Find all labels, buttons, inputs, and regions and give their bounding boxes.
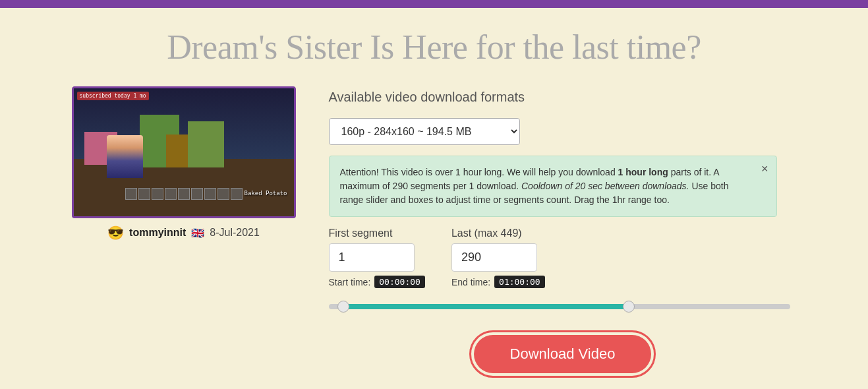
end-time-text: End time: — [451, 277, 490, 287]
page-title: Dream's Sister Is Here for the last time… — [167, 28, 701, 67]
mc-hud-bottom — [74, 188, 294, 200]
segments-row: First segment Start time: 00:00:00 Last … — [329, 227, 797, 288]
mc-hud-top: subscribed today 1 mo — [77, 92, 149, 100]
mc-slot-9 — [231, 188, 243, 200]
mc-character — [107, 135, 143, 178]
range-slider[interactable] — [329, 299, 790, 314]
download-btn-outer-ring: Download Video — [469, 330, 656, 378]
channel-icon: 😎 — [107, 225, 124, 241]
alert-box: Attention! This video is over 1 hour lon… — [329, 156, 777, 217]
mc-slot-5 — [178, 188, 190, 200]
mc-slot-4 — [165, 188, 177, 200]
first-segment-group: First segment Start time: 00:00:00 — [329, 227, 425, 288]
last-segment-input[interactable] — [451, 243, 537, 272]
alert-close-button[interactable]: × — [761, 163, 768, 175]
channel-name: tommyinnit — [129, 227, 186, 239]
format-select[interactable]: 160p - 284x160 ~ 194.5 MB 360p - 640x360… — [329, 118, 520, 145]
last-segment-label: Last (max 449) — [451, 227, 545, 239]
download-btn-wrapper: Download Video — [329, 330, 797, 378]
download-video-button[interactable]: Download Video — [474, 335, 652, 373]
alert-text: Attention! This video is over 1 hour lon… — [340, 167, 729, 205]
top-bar — [0, 0, 868, 8]
slider-thumb-left[interactable] — [337, 301, 349, 313]
mc-slot-7 — [204, 188, 216, 200]
right-panel: Available video download formats 160p - … — [329, 86, 797, 378]
end-time-label: End time: 01:00:00 — [451, 276, 545, 288]
slider-fill — [343, 304, 629, 309]
slider-thumb-right[interactable] — [623, 301, 635, 313]
mc-slot-8 — [217, 188, 229, 200]
mc-scene: subscribed today 1 mo Baked Potato — [74, 88, 294, 216]
alert-italic: Cooldown of 20 sec between downloads. — [521, 181, 689, 191]
alert-bold: 1 hour long — [618, 167, 668, 177]
mc-slot-2 — [138, 188, 150, 200]
first-segment-input[interactable] — [329, 243, 415, 272]
mc-slot-3 — [152, 188, 163, 200]
content-row: subscribed today 1 mo Baked Potato — [72, 86, 797, 378]
mc-toolbar — [125, 188, 243, 200]
formats-label: Available video download formats — [329, 90, 797, 105]
mc-slot-1 — [125, 188, 137, 200]
mc-block-green2 — [188, 121, 224, 167]
video-thumbnail: subscribed today 1 mo Baked Potato — [72, 86, 296, 218]
last-segment-group: Last (max 449) End time: 01:00:00 — [451, 227, 545, 288]
left-panel: subscribed today 1 mo Baked Potato — [72, 86, 296, 241]
first-segment-label: First segment — [329, 227, 425, 239]
start-time-badge: 00:00:00 — [374, 276, 425, 288]
channel-flag: 🇬🇧 — [191, 227, 204, 239]
mc-slot-6 — [191, 188, 203, 200]
channel-date: 8-Jul-2021 — [210, 227, 260, 239]
main-content: Dream's Sister Is Here for the last time… — [0, 8, 868, 389]
start-time-text: Start time: — [329, 277, 371, 287]
channel-info: 😎 tommyinnit 🇬🇧 8-Jul-2021 — [107, 225, 260, 241]
start-time-label: Start time: 00:00:00 — [329, 276, 425, 288]
end-time-badge: 01:00:00 — [494, 276, 545, 288]
